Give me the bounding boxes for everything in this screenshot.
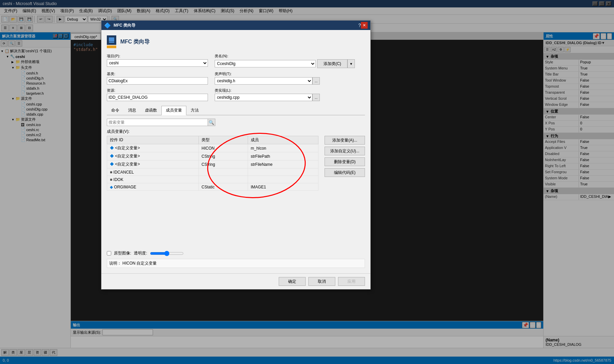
del-var-button[interactable]: 删除变量(D)	[325, 157, 365, 166]
dialog-body: MFC 类向导 项目(P): ceshi 类名(N): Cce	[101, 30, 370, 273]
prototype-label: 原型图像:	[114, 250, 131, 256]
col-control-id: 控件 ID	[107, 136, 199, 144]
add-class-dropdown[interactable]: ▼	[347, 59, 355, 68]
tab-member-vars[interactable]: 成员变量	[161, 106, 186, 115]
dialog-help[interactable]: ?	[358, 23, 361, 28]
resource-label: 资源:	[107, 88, 208, 93]
description-row: 说明： HICON 自定义变量	[107, 259, 365, 268]
wizard-icon-box	[107, 35, 116, 48]
search-row: 🔍	[107, 119, 365, 126]
tab-commands[interactable]: 命令	[107, 106, 124, 115]
member-table-wrapper[interactable]: 控件 ID 类型 成员 ◆ <自定义变量> HICON m_hIcon	[107, 136, 318, 247]
class-decl-select[interactable]: ceshidlg.h	[215, 77, 312, 85]
add-custom-button[interactable]: 添加自定义(U)...	[325, 147, 365, 155]
cancel-button[interactable]: 取消	[308, 277, 335, 286]
project-label: 项目(P):	[107, 54, 208, 59]
prototype-row: 原型图像: 透明度:	[107, 250, 365, 256]
transparency-slider[interactable]	[150, 251, 184, 256]
svg-rect-0	[109, 37, 114, 41]
btn-panel: 添加变量(A)... 添加自定义(U)... 删除变量(D) 编辑代码(E)	[325, 136, 365, 247]
mfc-wizard-dialog: 🔷 MFC 类向导 ? ✕ MFC 类向导	[101, 20, 371, 290]
wizard-title: MFC 类向导	[120, 38, 150, 46]
member-table: 控件 ID 类型 成员 ◆ <自定义变量> HICON m_hIcon	[107, 136, 318, 191]
dialog-icon: 🔷	[104, 22, 111, 29]
description-value: HICON 自定义变量	[122, 261, 157, 266]
classname-select[interactable]: CceshiDlg	[215, 60, 316, 67]
project-select[interactable]: ceshi	[107, 59, 208, 67]
ok-button[interactable]: 确定	[279, 277, 306, 286]
dialog-overlay: 🔷 MFC 类向导 ? ✕ MFC 类向导	[0, 0, 614, 364]
description-label: 说明：	[109, 261, 121, 266]
class-impl-select[interactable]: ceshidlg.cpp	[215, 94, 312, 101]
table-row-hicon[interactable]: ◆ <自定义变量> HICON m_hIcon	[107, 144, 318, 152]
member-var-label: 成员变量(V):	[107, 129, 365, 134]
table-row-idcancel[interactable]: ■ IDCANCEL	[107, 169, 318, 176]
add-var-button[interactable]: 添加变量(A)...	[325, 136, 365, 145]
wizard-header: MFC 类向导	[107, 35, 365, 48]
col-member: 成员	[248, 136, 318, 144]
apply-button[interactable]: 应用	[338, 277, 365, 286]
table-row-filename[interactable]: ◆ <自定义变量> CString strFileName	[107, 160, 318, 169]
base-class-input[interactable]	[107, 77, 208, 85]
prototype-checkbox[interactable]	[107, 251, 111, 255]
dialog-title: MFC 类向导	[114, 23, 135, 28]
add-class-button[interactable]: 添加类(C)	[317, 59, 347, 68]
tab-virtual[interactable]: 虚函数	[141, 106, 161, 115]
tab-messages[interactable]: 消息	[124, 106, 141, 115]
svg-rect-1	[109, 42, 114, 43]
tab-methods[interactable]: 方法	[186, 106, 203, 115]
wizard-tabs: 命令 消息 虚函数 成员变量 方法	[107, 106, 365, 115]
dialog-titlebar: 🔷 MFC 类向导 ? ✕	[101, 21, 370, 30]
class-decl-label: 类声明(T):	[215, 71, 320, 77]
classname-label: 类名(N):	[215, 54, 355, 59]
table-row-orgimage[interactable]: ◆ ORGIMAGE CStatic IMAGE1	[107, 183, 318, 191]
search-input[interactable]	[107, 119, 208, 126]
table-row-filepath[interactable]: ◆ <自定义变量> CString strFilePath	[107, 152, 318, 160]
table-row-idok[interactable]: ■ IDOK	[107, 176, 318, 183]
col-type: 类型	[199, 136, 248, 144]
dialog-close-button[interactable]: ✕	[361, 22, 368, 29]
table-container: 控件 ID 类型 成员 ◆ <自定义变量> HICON m_hIcon	[107, 136, 365, 247]
transparency-label: 透明度:	[134, 250, 147, 256]
base-class-label: 基类:	[107, 71, 208, 77]
dialog-bottom-buttons: 确定 取消 应用	[101, 273, 370, 289]
class-impl-label: 类实现(L):	[215, 88, 320, 93]
search-button[interactable]: 🔍	[208, 119, 215, 126]
edit-code-button[interactable]: 编辑代码(E)	[325, 168, 365, 177]
resource-input[interactable]	[107, 94, 208, 101]
class-decl-browse[interactable]: ...	[312, 77, 320, 85]
class-impl-browse[interactable]: ...	[312, 94, 320, 101]
